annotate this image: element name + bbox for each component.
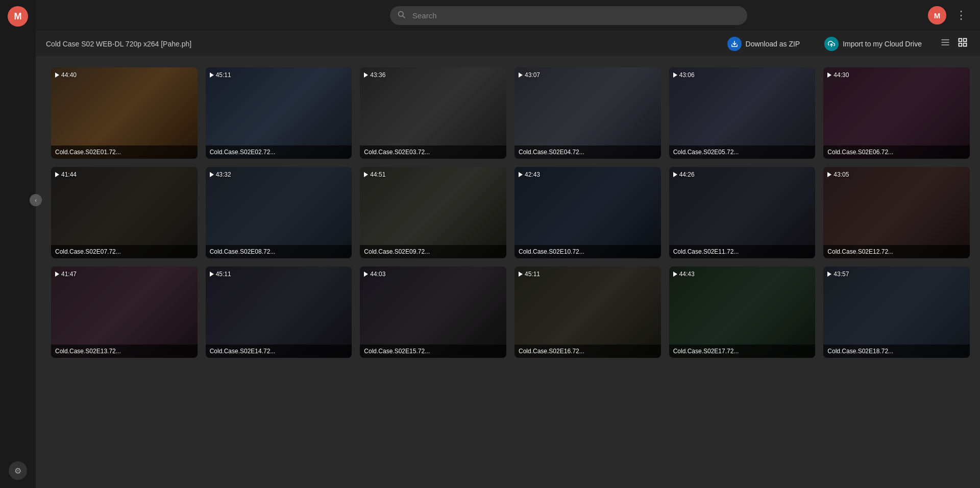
thumb-duration: 44:30 bbox=[827, 71, 849, 79]
thumb-label: Cold.Case.S02E17.72... bbox=[669, 345, 816, 358]
thumb-label: Cold.Case.S02E07.72... bbox=[51, 245, 198, 258]
thumb-label: Cold.Case.S02E09.72... bbox=[360, 245, 506, 258]
thumb-label: Cold.Case.S02E08.72... bbox=[206, 245, 352, 258]
thumbnail-card[interactable]: 43:06 Cold.Case.S02E05.72... bbox=[669, 67, 816, 159]
play-icon bbox=[673, 172, 677, 177]
thumb-duration: 45:11 bbox=[210, 71, 231, 79]
svg-rect-7 bbox=[959, 39, 962, 42]
thumb-duration: 45:11 bbox=[519, 271, 540, 278]
sidebar-settings-icon[interactable]: ⚙ bbox=[9, 461, 27, 480]
thumbnail-card[interactable]: 41:47 Cold.Case.S02E13.72... bbox=[51, 266, 198, 358]
thumbnail-card[interactable]: 45:11 Cold.Case.S02E02.72... bbox=[206, 67, 352, 159]
toolbar: Cold Case S02 WEB-DL 720p x264 [Pahe.ph]… bbox=[36, 31, 980, 57]
thumb-duration: 44:43 bbox=[673, 271, 695, 278]
play-icon bbox=[519, 272, 523, 277]
svg-rect-10 bbox=[964, 43, 967, 46]
view-toggle bbox=[938, 35, 970, 52]
user-avatar[interactable]: M bbox=[928, 6, 946, 25]
sidebar: M ‹ ⚙ bbox=[0, 0, 36, 488]
thumbnail-card[interactable]: 45:11 Cold.Case.S02E16.72... bbox=[514, 266, 661, 358]
thumb-label: Cold.Case.S02E05.72... bbox=[669, 145, 816, 159]
header-more-icon[interactable]: ⋮ bbox=[952, 6, 970, 25]
play-icon bbox=[364, 172, 368, 177]
header-right: M ⋮ bbox=[928, 6, 970, 25]
thumbnail-card[interactable]: 44:51 Cold.Case.S02E09.72... bbox=[360, 167, 506, 258]
thumb-duration: 45:11 bbox=[210, 271, 231, 278]
thumbnail-card[interactable]: 44:30 Cold.Case.S02E06.72... bbox=[823, 67, 970, 159]
thumb-duration: 43:32 bbox=[210, 171, 231, 178]
mega-logo[interactable]: M bbox=[8, 6, 28, 27]
thumb-duration: 43:05 bbox=[827, 171, 849, 178]
search-bar-container bbox=[390, 6, 747, 25]
list-view-icon[interactable] bbox=[938, 35, 952, 52]
thumb-label: Cold.Case.S02E10.72... bbox=[514, 245, 661, 258]
thumbnail-card[interactable]: 44:03 Cold.Case.S02E15.72... bbox=[360, 266, 506, 358]
thumbnail-card[interactable]: 43:07 Cold.Case.S02E04.72... bbox=[514, 67, 661, 159]
svg-rect-8 bbox=[964, 39, 967, 42]
play-icon bbox=[827, 172, 831, 177]
thumbnail-card[interactable]: 41:44 Cold.Case.S02E07.72... bbox=[51, 167, 198, 258]
thumb-label: Cold.Case.S02E06.72... bbox=[823, 145, 970, 159]
thumb-duration: 43:57 bbox=[827, 271, 849, 278]
sidebar-collapse-button[interactable]: ‹ bbox=[30, 194, 42, 206]
thumb-label: Cold.Case.S02E13.72... bbox=[51, 345, 198, 358]
play-icon bbox=[55, 72, 59, 78]
download-zip-label: Download as ZIP bbox=[746, 40, 800, 48]
thumbnail-card[interactable]: 43:05 Cold.Case.S02E12.72... bbox=[823, 167, 970, 258]
thumb-label: Cold.Case.S02E04.72... bbox=[514, 145, 661, 159]
thumb-label: Cold.Case.S02E14.72... bbox=[206, 345, 352, 358]
cloud-icon bbox=[824, 37, 839, 51]
thumb-label: Cold.Case.S02E02.72... bbox=[206, 145, 352, 159]
download-zip-button[interactable]: Download as ZIP bbox=[719, 33, 808, 55]
play-icon bbox=[364, 72, 368, 78]
thumbnail-card[interactable]: 44:40 Cold.Case.S02E01.72... bbox=[51, 67, 198, 159]
svg-line-1 bbox=[403, 16, 405, 18]
play-icon bbox=[827, 72, 831, 78]
play-icon bbox=[673, 72, 677, 78]
thumbnail-card[interactable]: 44:26 Cold.Case.S02E11.72... bbox=[669, 167, 816, 258]
play-icon bbox=[210, 72, 214, 78]
content-area: 44:40 Cold.Case.S02E01.72... 45:11 Cold.… bbox=[36, 57, 980, 488]
play-icon bbox=[210, 272, 214, 277]
play-icon bbox=[519, 72, 523, 78]
main-content: M ⋮ Cold Case S02 WEB-DL 720p x264 [Pahe… bbox=[36, 0, 980, 488]
thumb-label: Cold.Case.S02E01.72... bbox=[51, 145, 198, 159]
thumb-duration: 44:03 bbox=[364, 271, 385, 278]
thumb-label: Cold.Case.S02E16.72... bbox=[514, 345, 661, 358]
thumb-duration: 44:40 bbox=[55, 71, 77, 79]
import-cloud-label: Import to my Cloud Drive bbox=[843, 40, 922, 48]
play-icon bbox=[673, 272, 677, 277]
thumb-duration: 44:51 bbox=[364, 171, 385, 178]
thumbnail-grid: 44:40 Cold.Case.S02E01.72... 45:11 Cold.… bbox=[51, 67, 970, 358]
thumbnail-card[interactable]: 43:57 Cold.Case.S02E18.72... bbox=[823, 266, 970, 358]
play-icon bbox=[364, 272, 368, 277]
thumb-label: Cold.Case.S02E15.72... bbox=[360, 345, 506, 358]
thumb-label: Cold.Case.S02E11.72... bbox=[669, 245, 816, 258]
thumbnail-card[interactable]: 42:43 Cold.Case.S02E10.72... bbox=[514, 167, 661, 258]
thumb-label: Cold.Case.S02E12.72... bbox=[823, 245, 970, 258]
thumb-duration: 43:36 bbox=[364, 71, 385, 79]
grid-view-icon[interactable] bbox=[955, 35, 970, 52]
play-icon bbox=[210, 172, 214, 177]
thumb-duration: 43:06 bbox=[673, 71, 695, 79]
play-icon bbox=[55, 272, 59, 277]
thumb-duration: 42:43 bbox=[519, 171, 540, 178]
thumbnail-card[interactable]: 43:32 Cold.Case.S02E08.72... bbox=[206, 167, 352, 258]
import-cloud-button[interactable]: Import to my Cloud Drive bbox=[816, 33, 930, 55]
thumbnail-card[interactable]: 44:43 Cold.Case.S02E17.72... bbox=[669, 266, 816, 358]
breadcrumb: Cold Case S02 WEB-DL 720p x264 [Pahe.ph] bbox=[46, 40, 191, 48]
play-icon bbox=[827, 272, 831, 277]
search-input[interactable] bbox=[390, 6, 747, 25]
header: M ⋮ bbox=[36, 0, 980, 31]
play-icon bbox=[55, 172, 59, 177]
thumbnail-card[interactable]: 43:36 Cold.Case.S02E03.72... bbox=[360, 67, 506, 159]
toolbar-actions: Download as ZIP Import to my Cloud Drive bbox=[719, 33, 970, 55]
svg-rect-9 bbox=[959, 43, 962, 46]
search-icon bbox=[397, 10, 405, 20]
thumb-duration: 41:47 bbox=[55, 271, 77, 278]
thumbnail-card[interactable]: 45:11 Cold.Case.S02E14.72... bbox=[206, 266, 352, 358]
play-icon bbox=[519, 172, 523, 177]
thumb-label: Cold.Case.S02E18.72... bbox=[823, 345, 970, 358]
download-icon bbox=[727, 37, 742, 51]
thumb-duration: 43:07 bbox=[519, 71, 540, 79]
